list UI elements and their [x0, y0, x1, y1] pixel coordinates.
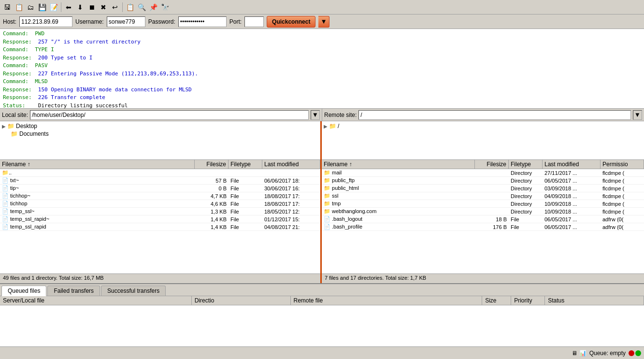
local-file-modified: 30/06/2017 16:	[262, 185, 320, 192]
local-file-row-tichhop[interactable]: 📄 tichhop 4,6 KB File 18/08/2017 17:	[0, 200, 320, 208]
remote-col-filetype[interactable]: Filetype	[509, 160, 543, 169]
toolbar-sep-2	[122, 2, 123, 12]
local-file-row-temp-ssl-rapid[interactable]: 📄 temp_ssl_rapid 1,4 KB File 04/08/2017 …	[0, 223, 320, 231]
file-icon: 📄	[2, 201, 9, 206]
toolbar-search[interactable]: 🔍	[136, 2, 147, 13]
tree-item-label: Documents	[19, 130, 49, 137]
remote-file-modified: 06/05/2017 ...	[543, 216, 601, 223]
remote-file-type: Directory	[509, 208, 543, 215]
username-input[interactable]	[107, 16, 145, 27]
remote-file-type: Directory	[509, 185, 543, 192]
tab-failed-transfers[interactable]: Failed transfers	[47, 286, 100, 296]
toolbar-nav-refresh[interactable]: ↩	[110, 2, 120, 13]
local-file-row-temp-ssl-tilde[interactable]: 📄 temp_ssl~ 1,3 KB File 18/05/2017 12:	[0, 208, 320, 215]
local-file-type: File	[229, 201, 262, 207]
remote-file-perms: flcdmpe (	[601, 185, 644, 192]
remote-tree-item-root[interactable]: ▶ 📁 /	[323, 122, 643, 130]
remote-file-row-bash-profile[interactable]: 📄 .bash_profile 176 B File 06/05/2017 ..…	[322, 223, 644, 231]
status-dot-green	[635, 350, 641, 356]
remote-tree[interactable]: ▶ 📁 /	[322, 121, 644, 160]
toolbar-nav-down[interactable]: ⬇	[75, 2, 86, 13]
toolbar-icon-3[interactable]: 🗂	[25, 2, 36, 13]
local-file-table[interactable]: Filename Filesize Filetype Last modified…	[0, 160, 320, 273]
quickconnect-button[interactable]: Quickconnect	[267, 16, 315, 28]
remote-status-bar: 7 files and 17 directories. Total size: …	[322, 273, 644, 283]
tab-queued-files[interactable]: Queued files	[1, 286, 46, 296]
remote-col-permissions[interactable]: Permissio	[601, 160, 644, 169]
remote-file-name: 📁 public_ftp	[322, 177, 475, 184]
toolbar-compare[interactable]: 📋	[125, 2, 135, 13]
remote-file-row-public-ftp[interactable]: 📁 public_ftp Directory 06/05/2017 ... fl…	[322, 177, 644, 185]
queue-col-priority: Priority	[511, 296, 545, 305]
folder-icon: 📁	[324, 193, 330, 199]
toolbar-icon-5[interactable]: 📝	[48, 2, 59, 13]
local-path-dropdown[interactable]: ▼	[311, 110, 320, 120]
local-file-row-temp-ssl-rapid-tilde[interactable]: 📄 temp_ssl_rapid~ 1,4 KB File 01/12/2017…	[0, 215, 320, 223]
remote-file-row-mail[interactable]: 📁 mail Directory 27/11/2017 ... flcdmpe …	[322, 169, 644, 177]
folder-icon: 📁	[7, 123, 14, 129]
queue-area: Queued files Failed transfers Successful…	[0, 284, 644, 346]
local-file-modified: 01/12/2017 15:	[262, 216, 320, 223]
toolbar-icon-4[interactable]: 💾	[37, 2, 47, 13]
local-file-row-dotdot[interactable]: 📁..	[0, 169, 320, 177]
remote-file-name: 📄 .bash_profile	[322, 223, 475, 230]
toolbar-nav-stop[interactable]: ⏹	[86, 2, 97, 13]
local-tree-item-documents[interactable]: 📁 Documents	[1, 130, 319, 138]
log-entry-5: Response: 227 Entering Passive Mode (112…	[3, 70, 641, 78]
tab-successful-transfers[interactable]: Successful transfers	[101, 286, 166, 296]
remote-path-dropdown[interactable]: ▼	[633, 110, 642, 120]
local-file-row-tip[interactable]: 📄 tip~ 0 B File 30/06/2017 16:	[0, 185, 320, 192]
remote-file-row-public-html[interactable]: 📁 public_html Directory 03/09/2018 ... f…	[322, 185, 644, 192]
local-col-filesize[interactable]: Filesize	[195, 160, 229, 169]
remote-col-modified[interactable]: Last modified	[543, 160, 601, 169]
local-path-bar: Local site: ▼	[0, 109, 322, 121]
remote-file-name: 📁 webthanglong.com	[322, 208, 475, 215]
local-file-modified: 06/06/2017 18:	[262, 177, 320, 184]
toolbar-view[interactable]: 🔭	[159, 2, 170, 13]
right-panel: ▶ 📁 / Filename Filesize Filetype Last mo…	[322, 121, 644, 283]
toolbar-bookmark[interactable]: 📌	[148, 2, 158, 13]
remote-path-label: Remote site:	[324, 112, 357, 118]
toolbar-nav-prev[interactable]: ⬅	[63, 2, 74, 13]
toolbar-icon-2[interactable]: 📋	[14, 2, 24, 13]
remote-col-filename[interactable]: Filename	[322, 160, 475, 169]
local-tree-item-desktop[interactable]: ▶ 📁 Desktop	[1, 122, 319, 130]
status-icon-logs: 📊	[579, 350, 587, 357]
local-file-size: 0 B	[195, 185, 229, 192]
toolbar-icon-1[interactable]: 🖫	[2, 2, 13, 13]
remote-file-size	[475, 180, 509, 181]
remote-file-perms: flcdmpe (	[601, 201, 644, 207]
host-label: Host:	[3, 18, 16, 25]
remote-file-perms: adfrw (0(	[601, 224, 644, 230]
port-label: Port:	[229, 18, 242, 25]
password-input[interactable]	[178, 16, 227, 27]
remote-file-row-webthanglong[interactable]: 📁 webthanglong.com Directory 10/09/2018 …	[322, 208, 644, 215]
tree-item-label: /	[338, 123, 339, 129]
local-file-modified: 18/05/2017 12:	[262, 208, 320, 215]
folder-icon: 📁	[324, 185, 330, 191]
toolbar-nav-cancel[interactable]: ✖	[98, 2, 109, 13]
remote-file-row-ssl[interactable]: 📁 ssl Directory 04/09/2018 ... flcdmpe (	[322, 192, 644, 200]
local-file-row-txt[interactable]: 📄 txt~ 57 B File 06/06/2017 18:	[0, 177, 320, 185]
remote-col-filesize[interactable]: Filesize	[475, 160, 509, 169]
host-input[interactable]	[19, 16, 72, 27]
local-col-filetype[interactable]: Filetype	[229, 160, 262, 169]
local-file-type: File	[229, 193, 262, 200]
port-input[interactable]	[244, 16, 264, 27]
remote-file-table[interactable]: Filename Filesize Filetype Last modified…	[322, 160, 644, 273]
local-path-input[interactable]	[30, 110, 309, 120]
local-file-size: 1,3 KB	[195, 208, 229, 215]
main-layout: 🖫 📋 🗂 💾 📝 ⬅ ⬇ ⏹ ✖ ↩ 📋 🔍 📌 🔭 Host: Userna…	[0, 0, 644, 359]
quickconnect-dropdown[interactable]: ▼	[318, 16, 329, 28]
remote-path-input[interactable]	[358, 110, 630, 120]
file-icon: 📄	[2, 224, 9, 230]
remote-file-type: Directory	[509, 170, 543, 176]
local-file-name: 📄 temp_ssl_rapid	[0, 223, 195, 230]
remote-file-row-bash-logout[interactable]: 📄 .bash_logout 18 B File 06/05/2017 ... …	[322, 215, 644, 223]
local-file-row-tichhop-tilde[interactable]: 📄 tichhop~ 4,7 KB File 18/08/2017 17:	[0, 192, 320, 200]
local-col-filename[interactable]: Filename	[0, 160, 195, 169]
local-tree[interactable]: ▶ 📁 Desktop 📁 Documents	[0, 121, 320, 160]
local-col-modified[interactable]: Last modified	[262, 160, 320, 169]
remote-file-size: 18 B	[475, 216, 509, 223]
remote-file-row-tmp[interactable]: 📁 tmp Directory 10/09/2018 ... flcdmpe (	[322, 200, 644, 208]
